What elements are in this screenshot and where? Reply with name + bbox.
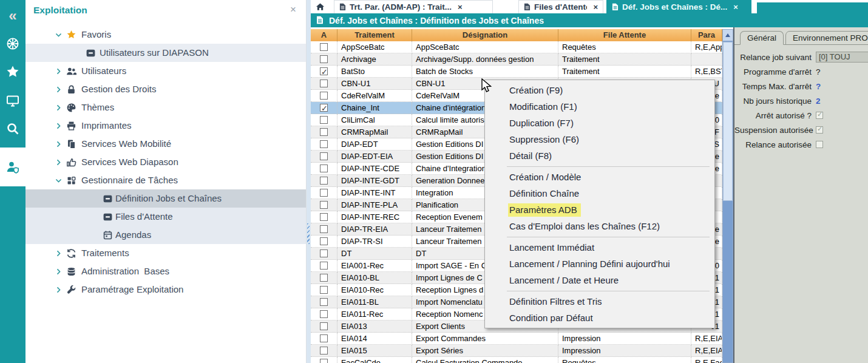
chevron-right-icon[interactable] [55,103,63,111]
column-header-traitement[interactable]: Traitement [337,29,412,41]
chevron-right-icon[interactable] [55,67,63,75]
screens-monitor-icon[interactable] [0,87,25,114]
panel-splitter[interactable] [307,0,311,363]
table-row[interactable]: FacCalCdeCalcul Facturation CommandeRequ… [311,357,722,363]
row-checkbox[interactable] [320,298,328,306]
favorites-star-icon[interactable] [0,58,25,85]
menu-item-lancement-date-et-heure[interactable]: Lancement / Date et Heure [485,272,714,288]
scrollbar-thumb[interactable] [723,42,733,201]
menu-item-lancement-imm-diat[interactable]: Lancement Immédiat [485,239,714,256]
row-checkbox[interactable] [320,262,328,270]
row-checkbox[interactable] [320,359,328,363]
nav-item-agendas[interactable]: Agendas [25,226,306,244]
row-checkbox[interactable] [320,128,328,136]
row-checkbox[interactable] [320,55,328,63]
nav-item-services-web-mobilit-[interactable]: Services Web Mobilité [25,135,306,153]
panel-tab-g-n-ral[interactable]: Général [740,31,784,45]
row-checkbox[interactable] [320,213,328,221]
row-checkbox[interactable] [320,286,328,294]
column-header-d-signation[interactable]: Désignation [412,29,558,41]
chevron-down-icon[interactable] [55,176,63,184]
menu-item-d-tail-f8-[interactable]: Détail (F8) [485,148,714,164]
scroll-up-button[interactable] [723,30,733,41]
menu-item-cr-ation-mod-le[interactable]: Création / Modèle [485,169,714,185]
table-row[interactable]: ArchivageArchivage/Supp. données gestion… [311,53,722,66]
chevron-down-icon[interactable] [55,30,63,38]
row-checkbox[interactable] [320,225,328,233]
column-header-file-attente[interactable]: File Attente [558,29,691,41]
row-checkbox[interactable] [320,274,328,282]
nav-item-gestion-des-droits[interactable]: Gestion des Droits [25,80,306,98]
column-header-para[interactable]: Para [691,29,722,41]
row-checkbox[interactable] [320,67,328,75]
menu-item-lancement-planning-d-fini-aujourd-hui[interactable]: Lancement / Planning Défini aujourd'hui [485,256,714,272]
nav-item-utilisateurs[interactable]: Utilisateurs [25,62,306,80]
nav-item-administration-bases[interactable]: Administration Bases [25,262,306,280]
nav-item-d-finition-jobs-et-cha-nes[interactable]: Définition Jobs et Chaînes [25,189,306,208]
row-checkbox[interactable] [320,43,328,51]
row-checkbox[interactable] [320,116,328,124]
row-checkbox[interactable] [320,201,328,209]
chevron-right-icon[interactable] [55,158,63,166]
row-checkbox[interactable] [320,347,328,355]
row-checkbox[interactable] [320,237,328,245]
nav-item-th-mes[interactable]: Thèmes [25,98,306,117]
chevron-right-icon[interactable] [55,267,63,275]
menu-item-d-finition-filtres-et-tris[interactable]: Définition Filtres et Tris [485,293,714,310]
row-checkbox[interactable] [320,80,328,87]
menu-item-duplication-f7-[interactable]: Duplication (F7) [485,115,714,131]
table-row[interactable]: AppSceBatcAppSceBatcRequêtesR,E,AppSc [311,41,722,53]
chevron-right-icon[interactable] [55,85,63,93]
menu-item-condition-par-d-faut[interactable]: Condition par Défaut [485,310,714,326]
field-checkbox[interactable] [816,126,823,134]
tab-close-icon[interactable]: × [458,2,463,12]
table-row[interactable]: BatStoBatch de StocksTraitementR,E,BSTO [311,66,722,78]
field-checkbox[interactable] [816,112,823,119]
tab-3[interactable]: Déf. Jobs et Chaînes : Dé...× [606,0,751,13]
chevron-right-icon[interactable] [55,249,63,257]
row-checkbox[interactable] [320,189,328,197]
table-scrollbar[interactable] [722,29,733,363]
menu-item-suppression-f6-[interactable]: Suppression (F6) [485,131,714,148]
nav-item-favoris[interactable]: Favoris [25,25,306,44]
menu-item-cas-d-emploi-dans-les-cha-nes-f12-[interactable]: Cas d'Emploi dans les Chaînes (F12) [485,218,714,234]
menu-item-d-finition-cha-ne[interactable]: Définition Chaîne [485,185,714,202]
row-checkbox[interactable] [320,334,328,342]
nav-item-utilisateurs-sur-diapason[interactable]: Utilisateurs sur DIAPASON [25,44,306,62]
tab-2[interactable]: Files d'Attente× [518,0,603,13]
row-checkbox[interactable] [320,92,328,100]
field-value-dropdown[interactable]: [0] TOUJ [816,52,868,63]
tab-1[interactable]: Trt. Par. (ADM-AP) : Trait...× [334,0,493,13]
home-button[interactable] [312,0,328,13]
search-icon[interactable] [0,115,25,142]
menu-item-modification-f1-[interactable]: Modification (F1) [485,98,714,115]
column-header-a[interactable]: A [311,29,337,41]
nav-item-files-d-attente[interactable]: Files d'Attente [25,208,306,226]
row-checkbox[interactable] [320,177,328,185]
nav-item-traitements[interactable]: Traitements [25,244,306,262]
nav-item-gestionnaire-de-t-ches[interactable]: Gestionnaire de Tâches [25,171,306,189]
modules-wheel-icon[interactable] [0,30,25,57]
menu-item-param-tres-adb[interactable]: Paramètres ADB [485,202,714,218]
panel-tab-environnement-prog[interactable]: Environnement PROG [785,31,868,45]
nav-item-imprimantes[interactable]: Imprimantes [25,117,306,135]
tab-close-icon[interactable]: × [733,2,738,12]
chevron-right-icon[interactable] [55,285,63,293]
nav-item-services-web-diapason[interactable]: Services Web Diapason [25,153,306,171]
close-icon[interactable]: × [290,4,296,16]
row-checkbox[interactable] [320,322,328,330]
table-row[interactable]: EIA014Export CommandesImpressionR,E,EIA0… [311,333,722,345]
row-checkbox[interactable] [320,310,328,318]
nav-item-param-trage-exploitation[interactable]: Paramétrage Exploitation [25,280,306,299]
user-shield-icon[interactable] [0,148,25,186]
chevron-right-icon[interactable] [55,121,63,129]
table-row[interactable]: EIA015Export SériesImpressionR,E,EIA01 [311,345,722,357]
row-checkbox[interactable] [320,140,328,148]
field-checkbox[interactable] [816,141,823,148]
collapse-chevrons-icon[interactable]: « [0,2,25,29]
tab-close-icon[interactable]: × [593,2,598,12]
row-checkbox[interactable] [320,165,328,172]
row-checkbox[interactable] [320,152,328,160]
chevron-right-icon[interactable] [55,140,63,148]
row-checkbox[interactable] [320,104,328,112]
